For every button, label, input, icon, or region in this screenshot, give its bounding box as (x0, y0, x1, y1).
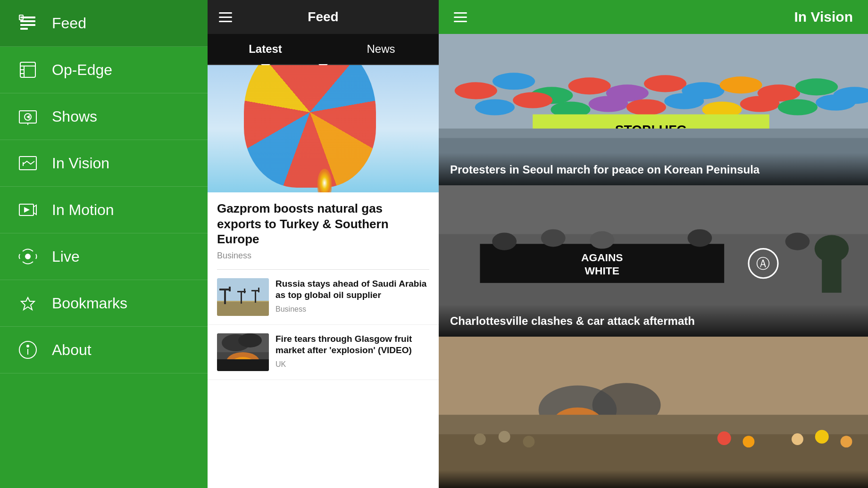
svg-point-22 (27, 345, 29, 347)
sidebar-item-bookmarks[interactable]: Bookmarks (0, 280, 208, 327)
svg-point-101 (841, 436, 852, 447)
news-title-russia-oil: Russia stays ahead of Saudi Arabia as to… (275, 278, 429, 301)
invision-story-char[interactable]: AGAINS WHITE Ⓐ Charlottesville clashes &… (439, 185, 868, 337)
featured-article[interactable]: Gazprom boosts natural gas exports to Tu… (208, 65, 439, 269)
sidebar-item-in-motion[interactable]: In Motion (0, 187, 208, 233)
invision-hamburger-icon[interactable] (454, 12, 467, 22)
in-vision-icon (15, 150, 41, 176)
in-motion-icon (15, 197, 41, 223)
svg-marker-17 (24, 207, 30, 213)
invision-story-text-seoul: Protesters in Seoul march for peace on K… (450, 162, 857, 177)
feed-icon (15, 10, 41, 36)
svg-text:AGAINS: AGAINS (581, 251, 623, 264)
svg-rect-32 (244, 289, 245, 293)
hamburger-menu-icon[interactable] (219, 12, 232, 22)
svg-point-39 (238, 333, 262, 347)
sidebar-label-about: About (52, 341, 92, 359)
svg-rect-85 (822, 254, 841, 293)
feed-content: Gazprom boosts natural gas exports to Tu… (208, 65, 439, 488)
svg-point-49 (568, 77, 610, 94)
invision-story-text-char: Charlottesville clashes & car attack aft… (450, 314, 857, 328)
svg-point-82 (687, 229, 712, 247)
svg-point-55 (795, 78, 838, 95)
feed-header: Feed (208, 0, 439, 34)
svg-text:WHITE: WHITE (585, 265, 619, 277)
svg-text:Ⓐ: Ⓐ (756, 256, 770, 271)
svg-point-79 (492, 232, 517, 250)
balloon-illustration (208, 65, 439, 192)
news-cat-russia-oil: Business (275, 305, 429, 314)
sidebar-item-live[interactable]: Live (0, 233, 208, 280)
sidebar-item-op-edge[interactable]: Op-Edge (0, 47, 208, 93)
svg-point-46 (455, 82, 497, 99)
svg-rect-14 (19, 157, 36, 170)
svg-rect-43 (217, 359, 269, 371)
feed-panel: Feed Latest News Gazprom boosts natural … (208, 0, 439, 488)
sidebar-label-shows: Shows (52, 108, 97, 125)
svg-point-99 (792, 433, 803, 445)
svg-point-81 (590, 231, 614, 248)
svg-rect-33 (255, 291, 256, 303)
invision-story-seoul[interactable]: STOP! UFG Protesters in Seoul march for … (439, 34, 868, 185)
svg-point-98 (743, 436, 754, 447)
svg-point-95 (499, 431, 510, 443)
featured-category: Business (208, 251, 439, 269)
svg-rect-29 (229, 287, 231, 291)
svg-rect-27 (224, 290, 226, 304)
svg-point-62 (664, 93, 704, 109)
invision-header-title: In Vision (794, 9, 853, 25)
svg-point-100 (815, 430, 829, 444)
svg-rect-2 (20, 24, 35, 26)
svg-point-96 (523, 436, 535, 447)
sidebar-label-bookmarks: Bookmarks (52, 295, 127, 312)
sidebar-item-in-vision[interactable]: In Vision (0, 140, 208, 187)
invision-story-overlay-unrest (439, 470, 868, 488)
invision-header: In Vision (439, 0, 868, 34)
svg-point-61 (626, 99, 666, 115)
svg-point-64 (740, 96, 780, 112)
svg-point-94 (474, 433, 486, 445)
sidebar-label-in-vision: In Vision (52, 155, 109, 172)
svg-point-80 (541, 229, 566, 247)
svg-rect-35 (258, 288, 259, 292)
svg-point-53 (719, 76, 762, 93)
svg-rect-3 (20, 28, 28, 30)
svg-point-60 (589, 96, 628, 112)
sidebar: Feed Op-Edge Shows In Vision In Motion L… (0, 0, 208, 488)
op-edge-icon (15, 57, 41, 83)
svg-rect-30 (241, 292, 242, 304)
featured-image (208, 65, 439, 192)
news-title-glasgow-fire: Fire tears through Glasgow fruit market … (275, 333, 429, 356)
tab-latest[interactable]: Latest (208, 34, 323, 64)
svg-point-97 (718, 431, 731, 445)
news-thumb-fire (217, 333, 269, 371)
sidebar-item-shows[interactable]: Shows (0, 93, 208, 140)
svg-rect-0 (20, 17, 35, 18)
svg-point-58 (513, 92, 552, 108)
svg-marker-19 (21, 298, 34, 310)
news-info-glasgow-fire: Fire tears through Glasgow fruit market … (275, 333, 429, 371)
svg-point-65 (778, 99, 818, 115)
sidebar-label-op-edge: Op-Edge (52, 61, 112, 79)
tab-news[interactable]: News (323, 34, 439, 64)
svg-point-47 (492, 73, 535, 90)
sidebar-item-feed[interactable]: Feed (0, 0, 208, 47)
svg-point-51 (644, 75, 686, 92)
news-info-russia-oil: Russia stays ahead of Saudi Arabia as to… (275, 278, 429, 316)
invision-story-unrest[interactable] (439, 337, 868, 488)
svg-rect-74 (480, 244, 724, 283)
invision-panel: In Vision (439, 0, 868, 488)
featured-title: Gazprom boosts natural gas exports to Tu… (208, 192, 439, 251)
feed-tabs: Latest News (208, 34, 439, 65)
svg-point-57 (475, 99, 515, 115)
news-thumb-oil (217, 278, 269, 316)
svg-rect-1 (20, 20, 35, 22)
news-item-russia-oil[interactable]: Russia stays ahead of Saudi Arabia as to… (208, 270, 439, 325)
sidebar-item-about[interactable]: About (0, 327, 208, 373)
sidebar-label-feed: Feed (52, 15, 86, 32)
bookmarks-icon (15, 290, 41, 316)
invision-stories: STOP! UFG Protesters in Seoul march for … (439, 34, 868, 488)
sidebar-label-live: Live (52, 248, 80, 265)
svg-point-18 (25, 254, 30, 259)
news-item-glasgow-fire[interactable]: Fire tears through Glasgow fruit market … (208, 325, 439, 380)
